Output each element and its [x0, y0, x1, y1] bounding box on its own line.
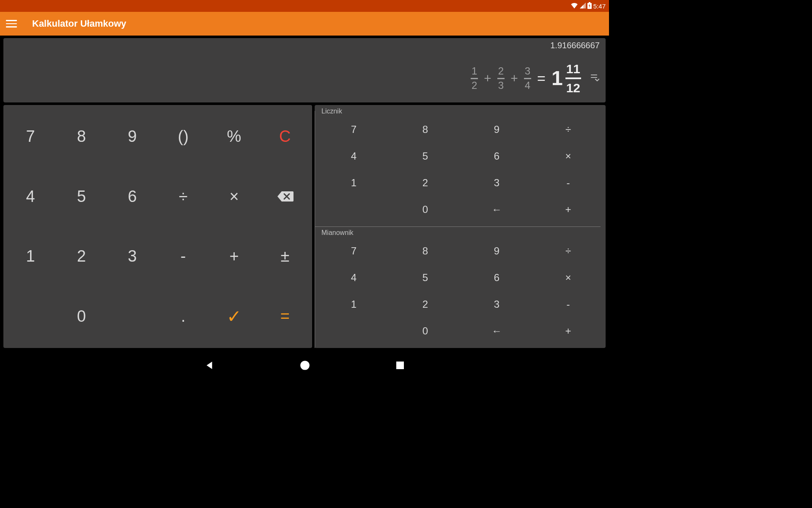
- display-panel: 1.916666667 1 2 + 2 3 + 3 4: [3, 38, 606, 102]
- svg-rect-1: [589, 2, 590, 3]
- key-minus[interactable]: -: [158, 226, 208, 287]
- status-bar: 5:47: [0, 0, 609, 12]
- nav-home-icon[interactable]: [299, 360, 310, 373]
- key-empty: [5, 287, 56, 347]
- hamburger-icon[interactable]: [6, 18, 17, 29]
- app-title: Kalkulator Ułamkowy: [32, 18, 126, 29]
- num-key-divide[interactable]: ÷: [532, 116, 604, 143]
- den-key-4[interactable]: 4: [318, 264, 390, 291]
- numerator-section: Licznik 7 8 9 ÷ 4 5 6 × 1 2 3 -: [315, 105, 606, 226]
- num-key-back[interactable]: ←: [461, 196, 532, 223]
- num-key-7[interactable]: 7: [318, 116, 390, 143]
- result-fraction: 1 11 12: [551, 62, 581, 95]
- key-0[interactable]: 0: [56, 287, 107, 347]
- num-key-3[interactable]: 3: [461, 170, 532, 196]
- key-plus[interactable]: +: [208, 226, 259, 287]
- num-key-plus[interactable]: +: [532, 196, 604, 223]
- key-parentheses[interactable]: (): [158, 107, 208, 167]
- key-plus-minus[interactable]: ±: [260, 226, 310, 287]
- num-key-minus[interactable]: -: [532, 170, 604, 196]
- fraction-2: 2 3: [497, 66, 505, 91]
- key-7[interactable]: 7: [5, 107, 56, 167]
- key-clear[interactable]: C: [260, 107, 310, 167]
- plus-icon: +: [484, 71, 491, 86]
- plus-icon: +: [510, 71, 518, 86]
- key-1[interactable]: 1: [5, 226, 56, 287]
- num-key-2[interactable]: 2: [390, 170, 461, 196]
- num-key-0[interactable]: 0: [390, 196, 461, 223]
- key-empty: [107, 287, 158, 347]
- key-multiply[interactable]: ×: [208, 167, 259, 227]
- den-key-9[interactable]: 9: [461, 237, 532, 264]
- num-key-1[interactable]: 1: [318, 170, 390, 196]
- key-backspace[interactable]: [260, 167, 310, 227]
- battery-icon: [587, 2, 592, 10]
- key-divide[interactable]: ÷: [158, 167, 208, 227]
- denominator-label: Mianownik: [321, 229, 604, 237]
- den-key-back[interactable]: ←: [461, 318, 532, 345]
- num-key-4[interactable]: 4: [318, 143, 390, 169]
- key-8[interactable]: 8: [56, 107, 107, 167]
- key-5[interactable]: 5: [56, 167, 107, 227]
- den-key-multiply[interactable]: ×: [532, 264, 604, 291]
- signal-icon: [580, 3, 586, 10]
- denominator-section: Mianownik 7 8 9 ÷ 4 5 6 × 1 2 3 -: [315, 226, 606, 348]
- key-equals[interactable]: =: [260, 287, 310, 347]
- app-bar: Kalkulator Ułamkowy: [0, 12, 609, 36]
- den-key-8[interactable]: 8: [390, 237, 461, 264]
- num-key-6[interactable]: 6: [461, 143, 532, 169]
- expression-row: 1 2 + 2 3 + 3 4 = 1: [471, 62, 600, 95]
- key-4[interactable]: 4: [5, 167, 56, 227]
- den-key-1[interactable]: 1: [318, 291, 390, 318]
- den-key-plus[interactable]: +: [532, 318, 604, 345]
- num-key-empty: [318, 196, 390, 223]
- key-percent[interactable]: %: [208, 107, 259, 167]
- key-confirm[interactable]: ✓: [208, 287, 259, 347]
- svg-point-4: [300, 361, 310, 370]
- equals-sign: =: [537, 70, 546, 87]
- den-key-divide[interactable]: ÷: [532, 237, 604, 264]
- num-key-9[interactable]: 9: [461, 116, 532, 143]
- key-2[interactable]: 2: [56, 226, 107, 287]
- den-key-minus[interactable]: -: [532, 291, 604, 318]
- den-key-5[interactable]: 5: [390, 264, 461, 291]
- decimal-result: 1.916666667: [550, 41, 600, 50]
- den-key-2[interactable]: 2: [390, 291, 461, 318]
- equivalents-icon[interactable]: [590, 74, 600, 83]
- fraction-3: 3 4: [524, 66, 531, 91]
- den-key-3[interactable]: 3: [461, 291, 532, 318]
- wifi-icon: [571, 3, 578, 10]
- key-3[interactable]: 3: [107, 226, 158, 287]
- num-key-multiply[interactable]: ×: [532, 143, 604, 169]
- nav-back-icon[interactable]: [204, 360, 215, 373]
- den-key-0[interactable]: 0: [390, 318, 461, 345]
- fraction-1: 1 2: [471, 66, 478, 91]
- svg-rect-5: [396, 362, 404, 369]
- status-time: 5:47: [593, 3, 606, 10]
- den-key-empty: [318, 318, 390, 345]
- navigation-bar: [0, 351, 609, 381]
- den-key-6[interactable]: 6: [461, 264, 532, 291]
- key-9[interactable]: 9: [107, 107, 158, 167]
- side-keypad: Licznik 7 8 9 ÷ 4 5 6 × 1 2 3 -: [315, 105, 606, 348]
- main-keypad: 7 8 9 () % C 4 5 6 ÷ × 1 2 3 - + ±: [3, 105, 312, 348]
- key-decimal[interactable]: .: [158, 287, 208, 347]
- key-6[interactable]: 6: [107, 167, 158, 227]
- nav-overview-icon[interactable]: [395, 360, 405, 372]
- den-key-7[interactable]: 7: [318, 237, 390, 264]
- numerator-label: Licznik: [321, 108, 604, 115]
- num-key-5[interactable]: 5: [390, 143, 461, 169]
- num-key-8[interactable]: 8: [390, 116, 461, 143]
